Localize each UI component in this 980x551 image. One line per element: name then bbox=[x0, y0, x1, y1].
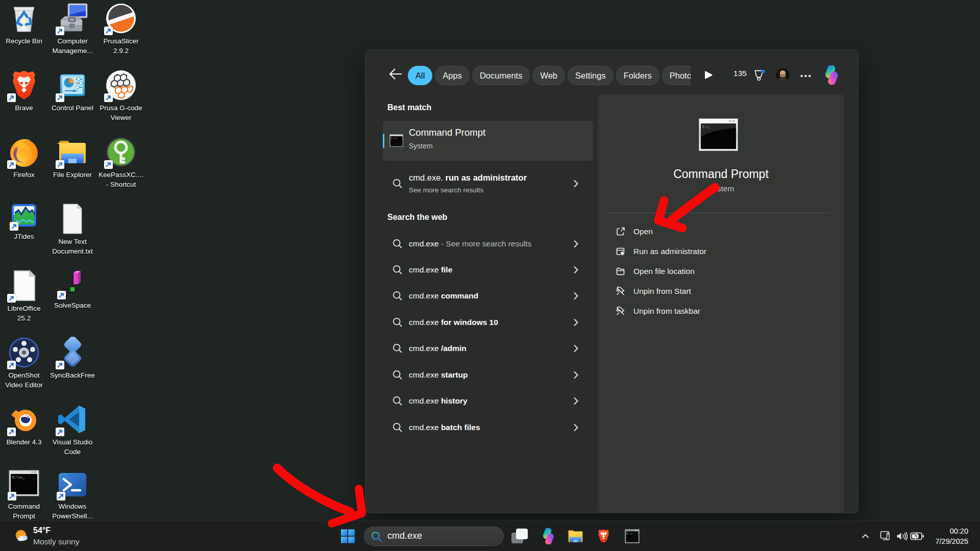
svg-text:C:\>_: C:\>_ bbox=[12, 475, 24, 480]
svg-text:C:\>_: C:\>_ bbox=[391, 137, 398, 140]
svg-text:C:\_: C:\_ bbox=[702, 125, 712, 129]
svg-text:C:\>_: C:\>_ bbox=[627, 532, 635, 535]
